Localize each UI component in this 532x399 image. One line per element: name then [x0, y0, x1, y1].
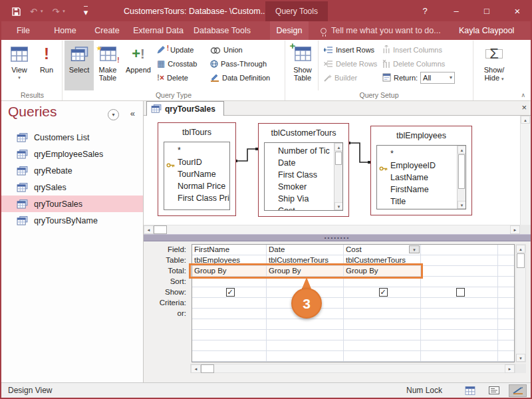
- view-button[interactable]: View ▾: [5, 41, 34, 90]
- or-cell[interactable]: [498, 309, 514, 319]
- scroll-right-icon[interactable]: ►: [510, 225, 520, 234]
- empty-cell[interactable]: [421, 330, 498, 340]
- field-cell[interactable]: FirstName: [192, 245, 267, 255]
- scroll-left-icon[interactable]: ◄: [144, 225, 154, 234]
- total-cell[interactable]: Group By: [267, 266, 344, 277]
- empty-cell[interactable]: [192, 330, 267, 340]
- show-checkbox[interactable]: ✓: [226, 288, 235, 297]
- field-title[interactable]: Title: [377, 196, 456, 207]
- tab-design[interactable]: Design: [270, 21, 309, 40]
- show-cell[interactable]: ✓: [344, 287, 421, 298]
- field-asterisk[interactable]: *: [164, 144, 229, 156]
- pane-splitter[interactable]: ••••••••: [144, 234, 531, 241]
- field-list-scrollbar[interactable]: ▲ ▼: [457, 146, 466, 209]
- document-close-icon[interactable]: ×: [521, 102, 527, 112]
- show-table-button[interactable]: + Show Table: [287, 41, 318, 90]
- table-cell[interactable]: tblCustomerTours: [267, 255, 344, 266]
- table-cell[interactable]: [498, 255, 514, 266]
- field-list-scrollbar[interactable]: ▲ ▼: [334, 143, 342, 210]
- data-definition-button[interactable]: Data Definition: [208, 70, 283, 84]
- empty-cell[interactable]: [498, 351, 514, 362]
- scroll-thumb[interactable]: [154, 225, 167, 234]
- nav-item-qryemployeesales[interactable]: qryEmployeeSales: [1, 146, 143, 162]
- table-tbltours[interactable]: tblTours * TourID TourName Normal Price …: [158, 122, 236, 216]
- criteria-cell[interactable]: [421, 298, 498, 309]
- update-button[interactable]: ! Update: [155, 43, 208, 57]
- append-button[interactable]: +! Append: [122, 41, 155, 90]
- run-button[interactable]: ! Run: [34, 41, 59, 90]
- scroll-down-icon[interactable]: ▼: [516, 354, 525, 362]
- grid-horizontal-scrollbar[interactable]: ◄ ►: [190, 364, 515, 373]
- nav-item-qrysales[interactable]: qrySales: [1, 179, 143, 196]
- delete-button[interactable]: !× Delete: [155, 70, 208, 84]
- nav-item-qryrebate[interactable]: qryRebate: [1, 162, 143, 179]
- empty-cell[interactable]: [421, 351, 498, 362]
- help-button[interactable]: ?: [414, 1, 436, 21]
- scroll-up-icon[interactable]: ▲: [521, 116, 530, 124]
- field-tourid[interactable]: TourID: [164, 156, 229, 168]
- show-checkbox[interactable]: [456, 288, 465, 297]
- scroll-down-icon[interactable]: ▼: [458, 201, 466, 209]
- return-combobox[interactable]: All ▾: [420, 72, 455, 84]
- scroll-thumb[interactable]: [201, 364, 214, 373]
- empty-cell[interactable]: [267, 330, 344, 340]
- field-cell[interactable]: [498, 245, 514, 255]
- user-name[interactable]: Kayla Claypool: [459, 21, 514, 40]
- sort-cell[interactable]: [498, 277, 514, 287]
- minimize-button[interactable]: –: [446, 1, 467, 21]
- empty-cell[interactable]: [498, 319, 514, 330]
- scroll-up-icon[interactable]: ▲: [334, 143, 343, 151]
- scroll-thumb[interactable]: [335, 152, 342, 165]
- empty-cell[interactable]: [267, 340, 344, 351]
- field-normal-price[interactable]: Normal Price: [164, 180, 229, 192]
- field-first-class[interactable]: First Class: [265, 169, 333, 181]
- field-cell[interactable]: [421, 245, 498, 255]
- empty-cell[interactable]: [344, 330, 421, 340]
- show-cell[interactable]: ✓: [192, 287, 267, 298]
- crosstab-button[interactable]: ▦ Crosstab: [155, 57, 208, 70]
- totals-show-hide-button[interactable]: Σ Show/ Hide ▾: [475, 41, 513, 90]
- scroll-thumb[interactable]: [517, 253, 525, 268]
- datasheet-view-button[interactable]: [461, 384, 479, 397]
- empty-cell[interactable]: [192, 351, 267, 362]
- criteria-cell[interactable]: [344, 298, 421, 309]
- field-tourname[interactable]: TourName: [164, 168, 229, 180]
- empty-cell[interactable]: [421, 340, 498, 351]
- field-lastname[interactable]: LastName: [377, 172, 456, 184]
- criteria-cell[interactable]: [498, 298, 514, 309]
- total-cell[interactable]: Group By: [192, 266, 267, 277]
- table-cell[interactable]: tblEmployees: [192, 255, 267, 266]
- pass-through-button[interactable]: Pass-Through: [208, 57, 283, 70]
- field-first-class-price[interactable]: First Class Price: [164, 192, 229, 204]
- field-smoker[interactable]: Smoker: [265, 181, 333, 193]
- sort-cell[interactable]: [421, 277, 498, 287]
- undo-icon[interactable]: ↶: [30, 7, 37, 17]
- make-table-button[interactable]: ★ ! Make Table: [94, 41, 122, 90]
- field-combo-arrow-icon[interactable]: ▾: [409, 245, 420, 253]
- table-cell[interactable]: tblCustomerTours: [344, 255, 421, 266]
- nav-item-customers-list[interactable]: Customers List: [1, 129, 143, 146]
- empty-cell[interactable]: [267, 319, 344, 330]
- or-cell[interactable]: [344, 309, 421, 319]
- field-cell[interactable]: Date: [267, 245, 344, 255]
- empty-cell[interactable]: [421, 319, 498, 330]
- insert-rows-button[interactable]: Insert Rows: [322, 43, 380, 57]
- grid-vertical-scrollbar[interactable]: ▲ ▼: [515, 244, 526, 362]
- or-cell[interactable]: [421, 309, 498, 319]
- sort-cell[interactable]: [192, 277, 267, 287]
- tab-database-tools[interactable]: Database Tools: [190, 21, 254, 40]
- sql-view-button[interactable]: [485, 384, 503, 397]
- maximize-button[interactable]: □: [476, 1, 497, 21]
- save-icon[interactable]: [12, 5, 21, 17]
- customize-qat-icon[interactable]: ▾: [84, 6, 88, 17]
- field-cell[interactable]: Cost ▾: [344, 245, 421, 255]
- nav-shutter-icon[interactable]: «: [130, 108, 135, 118]
- empty-cell[interactable]: [192, 319, 267, 330]
- diagram-horizontal-scrollbar[interactable]: ◄ ►: [144, 225, 520, 234]
- field-asterisk[interactable]: *: [377, 148, 456, 160]
- tab-file[interactable]: File: [7, 21, 40, 40]
- tab-create[interactable]: Create: [88, 21, 126, 40]
- total-cell[interactable]: [498, 266, 514, 277]
- empty-cell[interactable]: [498, 340, 514, 351]
- redo-dropdown-icon[interactable]: ▾: [63, 9, 65, 14]
